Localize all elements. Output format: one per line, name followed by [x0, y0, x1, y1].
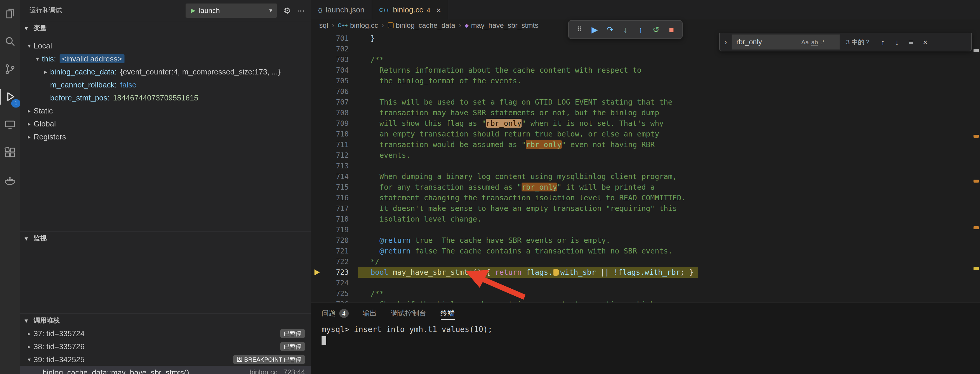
breakpoint-gutter[interactable] [311, 86, 323, 97]
restart-button[interactable]: ↺ [649, 25, 663, 34]
search-item[interactable] [2, 34, 18, 49]
breakpoint-gutter[interactable] [311, 299, 323, 302]
toggle-replace-icon[interactable]: › [722, 38, 729, 46]
line-text[interactable]: @return false The cache contains a trans… [349, 246, 673, 256]
line-text[interactable]: Returns information about the cache cont… [349, 65, 641, 76]
line-text[interactable]: an empty transaction should return true … [349, 129, 659, 139]
run-and-debug-item[interactable]: 1 [2, 89, 18, 105]
breadcrumb-item[interactable]: binlog_cache_data [387, 21, 455, 30]
source-control-item[interactable] [2, 61, 18, 77]
next-match-icon[interactable]: ↓ [891, 38, 903, 46]
breakpoint-gutter[interactable] [311, 33, 323, 44]
stop-button[interactable]: ■ [664, 25, 679, 34]
variable-row[interactable]: before_stmt_pos:18446744073709551615 [20, 91, 311, 104]
regex-icon[interactable]: .* [820, 38, 824, 45]
previous-match-icon[interactable]: ↑ [877, 38, 889, 46]
editor-tab[interactable]: C++binlog.cc4× [372, 0, 449, 19]
breakpoint-gutter[interactable] [311, 129, 323, 139]
breakpoint-gutter[interactable] [311, 193, 323, 203]
explorer-item[interactable] [2, 6, 18, 21]
remote-explorer-item[interactable] [2, 117, 18, 133]
breakpoint-gutter[interactable] [311, 288, 323, 299]
close-icon[interactable]: × [436, 5, 441, 14]
chevron-down-icon[interactable]: ▾ [25, 42, 33, 49]
breakpoint-gutter[interactable] [311, 214, 323, 225]
step-into-button[interactable]: ↓ [618, 25, 633, 34]
step-out-button[interactable]: ↑ [634, 25, 648, 34]
breakpoint-gutter[interactable] [311, 161, 323, 171]
find-in-selection-icon[interactable]: ≡ [905, 38, 917, 46]
breadcrumb-item[interactable]: sql [319, 21, 328, 30]
breakpoint-gutter[interactable] [311, 54, 323, 65]
panel-tab[interactable]: 终端 [441, 303, 455, 323]
chevron-down-icon[interactable]: ▾ [269, 7, 272, 14]
callstack-thread-row[interactable]: ▸38: tid=335726已暂停 [20, 340, 311, 353]
breadcrumb-item[interactable]: ◆may_have_sbr_stmts [465, 21, 538, 30]
start-debug-icon[interactable]: ▶ [191, 7, 195, 14]
step-over-button[interactable]: ↷ [603, 25, 617, 34]
line-text[interactable] [349, 86, 362, 97]
variable-row[interactable]: ▸Static [20, 104, 311, 117]
callstack-section-header[interactable]: ▾ 调用堆栈 [20, 313, 311, 327]
line-text[interactable]: This will be used to set a flag on GTID_… [349, 97, 673, 107]
find-input[interactable] [735, 37, 799, 47]
overview-ruler[interactable] [973, 31, 979, 302]
breakpoint-gutter[interactable] [311, 256, 323, 267]
breakpoint-gutter[interactable] [311, 171, 323, 182]
docker-item[interactable] [2, 173, 18, 188]
line-text[interactable] [349, 161, 362, 171]
launch-config-picker[interactable]: ▶ launch ▾ [186, 3, 278, 18]
variable-row[interactable]: ▸Global [20, 117, 311, 130]
variables-section-header[interactable]: ▾ 变量 [20, 21, 311, 34]
line-text[interactable]: } [349, 33, 375, 44]
line-text[interactable]: When dumping a binary log content using … [349, 171, 677, 182]
line-text[interactable]: /** [349, 54, 384, 65]
gear-icon[interactable]: ⚙ [283, 6, 291, 15]
variable-row[interactable]: ▾Local [20, 39, 311, 52]
line-text[interactable]: will show this flag as "rbr_only" when i… [349, 118, 664, 129]
panel-tab[interactable]: 输出 [363, 303, 377, 323]
breakpoint-gutter[interactable] [311, 225, 323, 235]
breakpoint-gutter[interactable] [311, 203, 323, 214]
stack-frame-row[interactable]: binlog_cache_data::may_have_sbr_stmts() … [20, 366, 311, 374]
line-text[interactable]: for any transaction assumed as "rbr_only… [349, 182, 655, 193]
line-text[interactable] [349, 44, 362, 54]
terminal[interactable]: mysql> insert into ymh.t1 values(10); [311, 323, 980, 346]
code-editor[interactable]: 701 }702703 /**704 Returns information a… [311, 31, 980, 302]
line-text[interactable] [349, 278, 362, 288]
breakpoint-gutter[interactable] [311, 65, 323, 76]
inline-breakpoint-icon[interactable] [553, 269, 559, 276]
chevron-down-icon[interactable]: ▾ [25, 356, 33, 363]
breakpoint-gutter[interactable] [311, 118, 323, 129]
chevron-right-icon[interactable]: ▸ [25, 120, 33, 127]
breakpoint-gutter[interactable] [311, 44, 323, 54]
line-text[interactable]: */ [349, 256, 379, 267]
breakpoint-gutter[interactable] [311, 182, 323, 193]
line-text[interactable]: @return true The cache have SBR events o… [349, 235, 610, 246]
line-text[interactable]: /** [349, 288, 384, 299]
more-actions-icon[interactable]: ⋯ [297, 6, 305, 15]
match-case-icon[interactable]: Aa [801, 38, 809, 45]
chevron-right-icon[interactable]: ▸ [25, 107, 33, 114]
variable-row[interactable]: ▸Registers [20, 130, 311, 143]
breakpoint-gutter[interactable] [311, 107, 323, 118]
chevron-down-icon[interactable]: ▾ [33, 55, 42, 62]
watch-section-header[interactable]: ▾ 监视 [20, 231, 311, 245]
line-text[interactable] [349, 225, 362, 235]
line-text[interactable]: statement changing the transaction isola… [349, 193, 686, 203]
breakpoint-gutter[interactable] [311, 76, 323, 86]
panel-tab[interactable]: 问题4 [321, 303, 348, 323]
line-text[interactable]: isolation level change. [349, 214, 482, 225]
breakpoint-gutter[interactable] [311, 150, 323, 161]
breakpoint-gutter[interactable] [311, 278, 323, 288]
line-text[interactable]: the binlog_format of the events. [349, 76, 522, 86]
breakpoint-gutter[interactable] [311, 139, 323, 150]
variable-row[interactable]: ▸binlog_cache_data:{event_counter:4, m_c… [20, 65, 311, 78]
breakpoint-gutter[interactable] [311, 97, 323, 107]
breakpoint-gutter[interactable] [311, 235, 323, 246]
chevron-right-icon[interactable]: ▸ [25, 133, 33, 140]
breadcrumb-item[interactable]: C++binlog.cc [338, 21, 378, 30]
panel-tab[interactable]: 调试控制台 [391, 303, 426, 323]
close-icon[interactable]: × [919, 38, 931, 46]
line-text[interactable]: transaction may have SBR statements or n… [349, 107, 659, 118]
